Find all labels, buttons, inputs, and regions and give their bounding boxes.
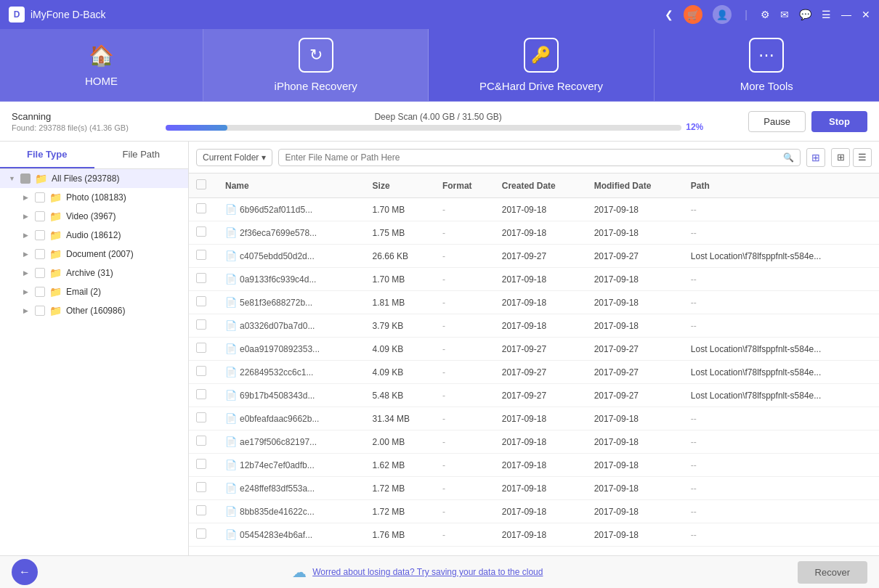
cell-format-7: - xyxy=(435,361,495,384)
check-document[interactable] xyxy=(35,249,45,259)
row-checkbox-4[interactable] xyxy=(196,296,206,306)
table-row[interactable]: 📄6b96d52af011d5... 1.70 MB - 2017-09-18 … xyxy=(189,198,879,221)
search-icon[interactable]: 🔍 xyxy=(783,152,794,163)
tree-arrow-email: ▶ xyxy=(23,288,31,295)
row-checkbox-2[interactable] xyxy=(196,250,206,260)
share-icon[interactable]: ❮ xyxy=(665,9,673,20)
cell-size-2: 26.66 KB xyxy=(365,245,435,268)
row-checkbox-6[interactable] xyxy=(196,343,206,353)
tab-file-path[interactable]: File Path xyxy=(94,142,189,168)
tree-label-video: Video (3967) xyxy=(66,211,116,221)
nav-pc-hard-drive[interactable]: 🔑 PC&Hard Drive Recovery xyxy=(429,29,654,101)
table-row[interactable]: 📄8bb835de41622c... 1.72 MB - 2017-09-18 … xyxy=(189,500,879,523)
row-checkbox-7[interactable] xyxy=(196,366,206,376)
folder-select[interactable]: Current Folder ▾ xyxy=(196,149,272,166)
cell-modified-13: 2017-09-18 xyxy=(587,500,684,523)
user-icon[interactable]: 👤 xyxy=(713,5,732,24)
tree-item-document[interactable]: ▶ 📁 Document (2007) xyxy=(0,245,188,264)
row-checkbox-9[interactable] xyxy=(196,412,206,422)
file-icon-8: 📄 xyxy=(225,390,237,401)
table-row[interactable]: 📄ae179f506c82197... 2.00 MB - 2017-09-18… xyxy=(189,430,879,454)
table-row[interactable]: 📄e248ffef83df553a... 1.72 MB - 2017-09-1… xyxy=(189,477,879,500)
file-table: Name Size Format Created Date Modified D… xyxy=(189,173,879,555)
cell-format-0: - xyxy=(435,198,495,221)
table-row[interactable]: 📄69b17b4508343d... 5.48 KB - 2017-09-27 … xyxy=(189,384,879,407)
cell-name-3: 📄0a9133f6c939c4d... xyxy=(218,268,365,291)
table-row[interactable]: 📄226849532cc6c1... 4.09 KB - 2017-09-27 … xyxy=(189,361,879,384)
table-row[interactable]: 📄5e81f3e688272b... 1.81 MB - 2017-09-18 … xyxy=(189,291,879,314)
row-checkbox-14[interactable] xyxy=(196,528,206,539)
mail-icon[interactable]: ✉ xyxy=(780,9,789,20)
nav-more-tools[interactable]: ⋯ More Tools xyxy=(655,29,879,101)
row-checkbox-0[interactable] xyxy=(196,203,206,213)
cell-modified-6: 2017-09-27 xyxy=(587,338,684,361)
recover-button[interactable]: Recover xyxy=(798,561,867,584)
files-table: Name Size Format Created Date Modified D… xyxy=(189,173,879,547)
nav-home[interactable]: 🏠 HOME xyxy=(0,29,203,101)
row-checkbox-3[interactable] xyxy=(196,273,206,283)
file-icon-0: 📄 xyxy=(225,204,237,215)
back-button[interactable]: ← xyxy=(12,559,38,585)
nav-home-label: HOME xyxy=(85,75,118,87)
check-all-files[interactable] xyxy=(20,173,31,184)
tree-arrow-other: ▶ xyxy=(23,307,31,314)
row-checkbox-10[interactable] xyxy=(196,436,206,446)
tree-item-photo[interactable]: ▶ 📁 Photo (108183) xyxy=(0,188,188,207)
row-checkbox-1[interactable] xyxy=(196,226,206,237)
tab-file-type[interactable]: File Type xyxy=(0,142,94,168)
file-icon-3: 📄 xyxy=(225,274,237,285)
tree-item-video[interactable]: ▶ 📁 Video (3967) xyxy=(0,207,188,226)
table-row[interactable]: 📄e0aa91970892353... 4.09 KB - 2017-09-27… xyxy=(189,338,879,361)
tree-item-email[interactable]: ▶ 📁 Email (2) xyxy=(0,282,188,301)
file-icon-9: 📄 xyxy=(225,413,237,424)
cell-format-14: - xyxy=(435,523,495,547)
close-icon[interactable]: ✕ xyxy=(862,9,870,20)
stop-button[interactable]: Stop xyxy=(811,111,867,132)
nav-iphone-recovery[interactable]: ↻ iPhone Recovery xyxy=(203,29,429,101)
tree-label-other: Other (160986) xyxy=(66,306,125,316)
table-row[interactable]: 📄12b74ec7ef0adfb... 1.62 MB - 2017-09-18… xyxy=(189,454,879,477)
table-row[interactable]: 📄e0bfeafdaac9662b... 31.34 MB - 2017-09-… xyxy=(189,407,879,430)
cell-size-4: 1.81 MB xyxy=(365,291,435,314)
check-archive[interactable] xyxy=(35,268,45,278)
select-all-checkbox[interactable] xyxy=(196,179,206,189)
list-view-button[interactable]: ☰ xyxy=(853,148,872,167)
check-email[interactable] xyxy=(35,287,45,297)
cell-created-2: 2017-09-27 xyxy=(495,245,587,268)
check-photo[interactable] xyxy=(35,192,45,203)
app-title: iMyFone D-Back xyxy=(31,9,665,20)
search-input[interactable] xyxy=(285,152,780,163)
menu-icon[interactable]: ☰ xyxy=(822,9,831,20)
file-icon-14: 📄 xyxy=(225,529,237,540)
tree-item-audio[interactable]: ▶ 📁 Audio (18612) xyxy=(0,226,188,245)
tree-item-other[interactable]: ▶ 📁 Other (160986) xyxy=(0,301,188,320)
table-row[interactable]: 📄c4075ebdd50d2d... 26.66 KB - 2017-09-27… xyxy=(189,245,879,268)
check-video[interactable] xyxy=(35,211,45,221)
cell-created-12: 2017-09-18 xyxy=(495,477,587,500)
tree-item-archive[interactable]: ▶ 📁 Archive (31) xyxy=(0,264,188,282)
grid-view-button[interactable]: ⊞ xyxy=(831,148,850,167)
cart-icon[interactable]: 🛒 xyxy=(684,5,702,24)
row-checkbox-13[interactable] xyxy=(196,505,206,515)
pause-button[interactable]: Pause xyxy=(748,111,806,132)
cell-name-8: 📄69b17b4508343d... xyxy=(218,384,365,407)
check-other[interactable] xyxy=(35,306,45,316)
row-checkbox-12[interactable] xyxy=(196,482,206,492)
settings-icon[interactable]: ⚙ xyxy=(761,9,770,20)
row-checkbox-5[interactable] xyxy=(196,319,206,330)
filter-button[interactable]: ⊞ xyxy=(806,148,825,167)
row-checkbox-11[interactable] xyxy=(196,459,206,469)
check-audio[interactable] xyxy=(35,230,45,240)
tree-item-all-files[interactable]: ▼ 📁 All Files (293788) xyxy=(0,169,188,188)
row-checkbox-8[interactable] xyxy=(196,389,206,399)
minimize-icon[interactable]: — xyxy=(841,9,851,20)
cell-created-11: 2017-09-18 xyxy=(495,454,587,477)
chat-icon[interactable]: 💬 xyxy=(799,9,811,20)
table-row[interactable]: 📄a03326d07ba7d0... 3.79 KB - 2017-09-18 … xyxy=(189,314,879,338)
cell-path-8: Lost Location\f78lfsppfnlt-s584e... xyxy=(684,384,879,407)
table-row[interactable]: 📄0a9133f6c939c4d... 1.70 MB - 2017-09-18… xyxy=(189,268,879,291)
table-row[interactable]: 📄2f36eca7699e578... 1.75 MB - 2017-09-18… xyxy=(189,221,879,245)
table-row[interactable]: 📄05454283e4b6af... 1.76 MB - 2017-09-18 … xyxy=(189,523,879,547)
cloud-link[interactable]: Worred about losing data? Try saving you… xyxy=(312,567,543,577)
tree-arrow-video: ▶ xyxy=(23,213,31,220)
